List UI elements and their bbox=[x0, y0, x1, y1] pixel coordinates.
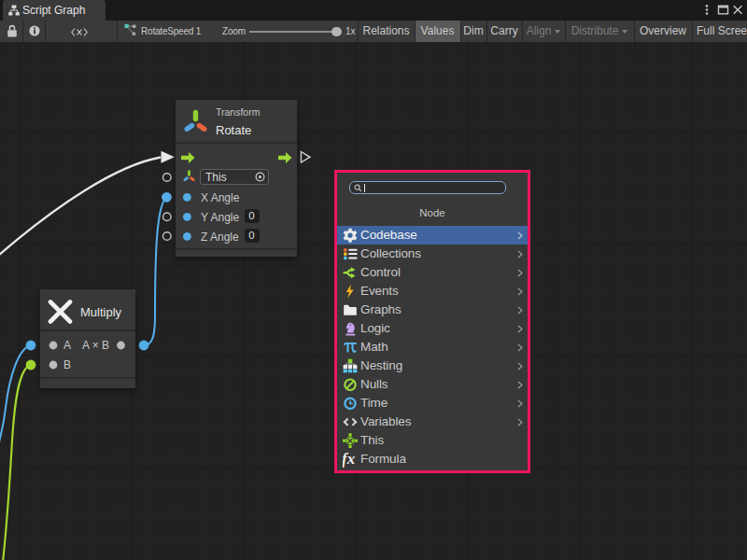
svg-text:fx: fx bbox=[343, 451, 356, 468]
